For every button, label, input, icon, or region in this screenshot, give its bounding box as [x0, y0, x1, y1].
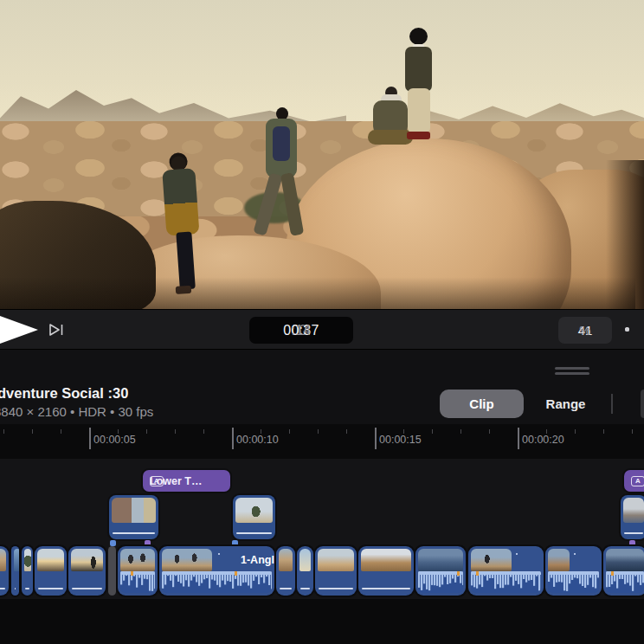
clip-bottom-line: [0, 588, 5, 590]
project-info-bar: dventure Social :30 3840 × 2160 • HDR • …: [0, 349, 644, 424]
ruler-minor-tick: [346, 429, 347, 434]
person-standing-mid: [258, 107, 306, 248]
video-clip[interactable]: [22, 546, 33, 596]
clip-bottom-line: [113, 532, 155, 534]
ruler-minor-tick: [289, 429, 290, 434]
audio-waveform: [471, 571, 541, 593]
clip-waveform-area: [548, 571, 599, 593]
panel-drag-handle[interactable]: [555, 367, 589, 376]
ruler-time-label: 00:00:10: [236, 434, 279, 446]
ruler-minor-tick: [632, 429, 633, 434]
clip-thumbnail: [623, 498, 644, 523]
multicam-grid-icon: [516, 553, 532, 568]
audio-video-clip[interactable]: [118, 546, 158, 596]
more-options-icon[interactable]: [625, 327, 644, 332]
tab-clip[interactable]: Clip: [440, 390, 524, 418]
connector-dot: [629, 540, 635, 546]
video-preview[interactable]: [0, 0, 644, 310]
play-icon[interactable]: [0, 313, 38, 346]
clip-label: 1-Angl…: [241, 554, 274, 566]
audio-video-clip[interactable]: [415, 546, 466, 596]
ruler-time-label: 00:00:15: [379, 434, 422, 446]
video-clip[interactable]: [276, 546, 295, 596]
audio-video-clip[interactable]: [468, 546, 544, 596]
clip-thumbnail: [112, 498, 156, 523]
audio-video-clip[interactable]: 1-Angl…: [159, 546, 274, 596]
connected-clip[interactable]: [621, 495, 644, 539]
ruler-minor-tick: [603, 429, 604, 434]
clip-thumbnail: [120, 549, 155, 571]
clip-bottom-line: [319, 588, 353, 590]
ruler-time-label: 00:00:05: [93, 434, 136, 446]
audio-video-clip[interactable]: [603, 546, 644, 596]
clip-thumbnail: [548, 549, 570, 571]
clip-thumbnail: [14, 549, 19, 571]
video-clip[interactable]: [0, 546, 9, 596]
clip-thumbnail: [471, 549, 512, 571]
project-title: dventure Social :30: [0, 385, 128, 402]
skip-forward-icon[interactable]: [48, 322, 67, 338]
ruler-minor-tick: [318, 429, 319, 434]
clip-bottom-line: [72, 588, 102, 590]
clip-bottom-line: [15, 588, 16, 590]
audio-waveform: [606, 571, 644, 593]
gap-clip[interactable]: [108, 546, 116, 596]
connected-clip[interactable]: [109, 495, 158, 539]
ruler-time-label: 00:00:20: [522, 434, 564, 446]
audio-waveform: [162, 571, 272, 593]
video-clip[interactable]: [11, 546, 19, 596]
ruler-minor-tick: [32, 429, 33, 434]
clip-thumbnail: [37, 549, 64, 571]
timeline-ruler[interactable]: 00:00:0500:00:1000:00:1500:00:20: [0, 424, 644, 459]
clip-bottom-line: [300, 588, 310, 590]
multicam-grid-icon: [574, 553, 590, 568]
tab-partial[interactable]: [641, 390, 644, 418]
person-standing-top: [395, 28, 447, 145]
audio-waveform: [548, 571, 599, 593]
clip-waveform-area: [471, 571, 541, 593]
video-clip[interactable]: [35, 546, 67, 596]
connector-dot: [232, 540, 238, 546]
title-clip[interactable]: ALower T…: [143, 470, 230, 492]
tab-range-label: Range: [546, 396, 586, 411]
ruler-minor-tick: [3, 429, 4, 434]
video-clip[interactable]: [297, 546, 313, 596]
clip-thumbnail: [299, 549, 311, 571]
timeline[interactable]: ALower T…A1-Angl…: [0, 459, 644, 599]
clip-bottom-line: [25, 588, 29, 590]
transport-bar: 00:00:37:14 41 %: [0, 309, 644, 349]
ruler-minor-tick: [575, 429, 576, 434]
ruler-major-tick: [375, 428, 377, 449]
clip-thumbnail: [162, 549, 212, 571]
tab-range[interactable]: Range: [524, 390, 608, 418]
segment-divider: [611, 394, 613, 414]
connected-clip[interactable]: [233, 495, 275, 539]
clip-thumbnail: [279, 549, 293, 571]
clip-thumbnail: [24, 549, 31, 571]
clip-thumbnail: [235, 498, 273, 523]
ruler-minor-tick: [146, 429, 147, 434]
clip-bottom-line: [624, 532, 643, 534]
zoom-level-button[interactable]: 41 %: [558, 317, 612, 344]
ruler-minor-tick: [460, 429, 461, 434]
title-clip-label: Lower T…: [150, 475, 202, 487]
audio-waveform: [418, 571, 463, 593]
video-clip[interactable]: [358, 546, 414, 596]
clip-thumbnail: [318, 549, 354, 571]
video-clip[interactable]: [68, 546, 106, 596]
tab-clip-label: Clip: [469, 396, 493, 411]
ruler-minor-tick: [489, 429, 490, 434]
clip-thumbnail: [606, 549, 644, 571]
timecode-display[interactable]: 00:00:37:14: [249, 317, 353, 344]
zoom-unit: %: [579, 323, 590, 338]
final-cut-pro-window: 00:00:37:14 41 % dventure Social :30 384…: [0, 0, 644, 644]
scene-vignette: [0, 277, 635, 310]
ruler-minor-tick: [61, 429, 61, 434]
title-clip[interactable]: A: [624, 470, 644, 492]
timecode-frames: :14: [291, 323, 311, 338]
timeline-bottom-area: [0, 599, 644, 644]
audio-video-clip[interactable]: [545, 546, 602, 596]
clip-waveform-area: [120, 571, 155, 593]
video-clip[interactable]: [315, 546, 357, 596]
connector-dot: [110, 540, 116, 546]
